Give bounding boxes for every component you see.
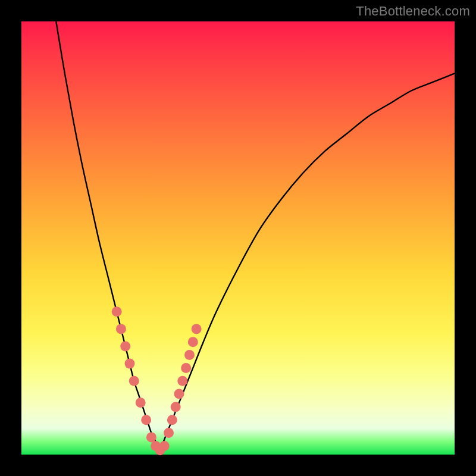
chart-frame: TheBottleneck.com — [0, 0, 476, 476]
right-curve — [160, 73, 455, 450]
point-marker — [112, 306, 122, 317]
plot-area — [21, 21, 455, 455]
point-marker — [192, 324, 202, 334]
point-marker — [125, 359, 135, 369]
point-marker — [167, 415, 177, 425]
point-marker — [159, 441, 170, 451]
chart-svg — [21, 21, 455, 455]
point-marker — [174, 389, 184, 399]
left-curve — [56, 21, 160, 450]
point-marker — [129, 376, 139, 386]
point-marker — [146, 432, 156, 442]
point-marker — [184, 350, 195, 360]
curve-lines — [56, 21, 455, 450]
point-marker — [116, 324, 126, 334]
watermark-text: TheBottleneck.com — [356, 4, 470, 19]
point-marker — [177, 376, 187, 386]
point-marker — [164, 428, 174, 438]
point-marker — [188, 337, 198, 347]
point-marker — [120, 342, 130, 352]
point-marker — [171, 402, 181, 412]
point-marker — [141, 415, 151, 425]
point-marker — [181, 363, 191, 373]
point-marker — [136, 397, 146, 408]
